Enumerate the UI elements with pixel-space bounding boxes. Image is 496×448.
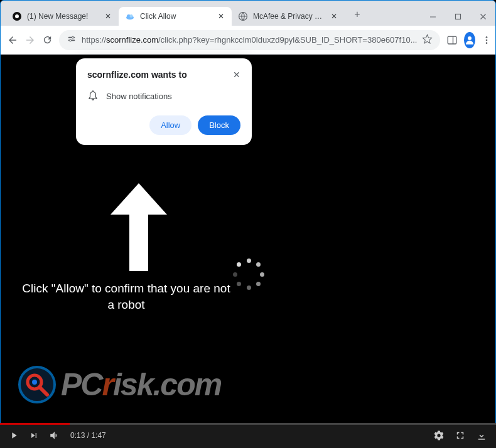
- close-icon[interactable]: ✕: [330, 12, 338, 21]
- url-scheme: https://: [82, 35, 106, 45]
- fullscreen-button[interactable]: [455, 430, 466, 441]
- globe-icon: [238, 11, 248, 21]
- permission-title: scornflize.com wants to: [87, 70, 187, 80]
- url-path: /click.php?key=rhgnkcclm0lduxzd9pyl&SUB_…: [158, 35, 417, 45]
- video-time: 0:13 / 1:47: [70, 431, 106, 440]
- watermark-text: PCrisk.com: [61, 366, 221, 403]
- browser-toolbar: https://scornflize.com/click.php?key=rhg…: [1, 26, 495, 55]
- download-button[interactable]: [476, 430, 487, 441]
- svg-rect-6: [455, 14, 460, 19]
- close-icon[interactable]: ✕: [104, 12, 112, 21]
- svg-rect-11: [448, 36, 457, 44]
- svg-point-9: [72, 36, 74, 38]
- tab-click-allow[interactable]: Click Allow ✕: [119, 7, 232, 26]
- tab-strip: (1) New Message! ✕ Click Allow ✕ McAfee …: [6, 6, 420, 26]
- wm-r: r: [102, 367, 112, 402]
- magnifier-icon: [18, 366, 56, 403]
- page-message: Click "Allow" to confirm that you are no…: [19, 280, 233, 312]
- tab-label: McAfee & Privacy Protect: [253, 12, 325, 21]
- allow-button[interactable]: Allow: [149, 115, 191, 135]
- svg-point-10: [70, 40, 72, 41]
- svg-point-12: [468, 36, 472, 40]
- notification-permission-prompt: scornflize.com wants to ✕ Show notificat…: [76, 58, 252, 145]
- browser-menu-button[interactable]: [482, 31, 492, 50]
- loading-spinner: [233, 259, 264, 290]
- bell-icon: [87, 90, 99, 103]
- tab-label: Click Allow: [140, 12, 212, 21]
- reload-button[interactable]: [42, 31, 53, 49]
- forward-button[interactable]: [24, 31, 36, 49]
- side-panel-button[interactable]: [446, 31, 458, 50]
- svg-point-17: [32, 380, 37, 385]
- tab-mcafee[interactable]: McAfee & Privacy Protect ✕: [232, 7, 345, 26]
- svg-point-15: [486, 42, 488, 44]
- profile-avatar[interactable]: [464, 32, 475, 48]
- wm-pc: PC: [61, 367, 102, 402]
- address-bar[interactable]: https://scornflize.com/click.php?key=rhg…: [59, 30, 440, 50]
- close-icon[interactable]: ✕: [217, 12, 225, 21]
- site-settings-icon[interactable]: [67, 34, 77, 46]
- next-button[interactable]: [29, 430, 39, 440]
- close-icon[interactable]: ✕: [233, 70, 240, 80]
- block-button[interactable]: Block: [198, 115, 240, 135]
- video-progress-bar[interactable]: [0, 423, 496, 425]
- window-close-button[interactable]: [470, 7, 495, 26]
- tab-new-message[interactable]: (1) New Message! ✕: [6, 7, 119, 26]
- favicon-cloud: [125, 11, 135, 21]
- settings-button[interactable]: [433, 430, 445, 441]
- volume-button[interactable]: [49, 430, 60, 441]
- minimize-button[interactable]: [420, 7, 445, 26]
- maximize-button[interactable]: [445, 7, 470, 26]
- svg-point-4: [130, 14, 133, 18]
- video-controls: 0:13 / 1:47: [0, 423, 496, 448]
- video-time-duration: 1:47: [91, 431, 105, 440]
- tab-label: (1) New Message!: [27, 12, 99, 21]
- wm-rest: isk.com: [113, 367, 221, 402]
- window-titlebar: (1) New Message! ✕ Click Allow ✕ McAfee …: [1, 1, 495, 26]
- up-arrow-graphic: [107, 180, 170, 274]
- video-progress-fill: [0, 423, 70, 425]
- window-controls: [420, 7, 495, 26]
- permission-body: Show notifications: [106, 92, 172, 101]
- url-text: https://scornflize.com/click.php?key=rhg…: [82, 35, 417, 45]
- bookmark-star-icon[interactable]: [422, 34, 433, 46]
- svg-point-1: [15, 14, 19, 18]
- url-domain: scornflize.com: [106, 35, 158, 45]
- new-tab-button[interactable]: +: [348, 6, 366, 23]
- back-button[interactable]: [7, 31, 18, 49]
- play-button[interactable]: [9, 430, 19, 440]
- page-content: scornflize.com wants to ✕ Show notificat…: [1, 55, 495, 422]
- svg-point-14: [486, 39, 488, 41]
- video-time-current: 0:13: [70, 431, 85, 440]
- pcrisk-watermark: PCrisk.com: [18, 366, 221, 403]
- svg-point-13: [486, 36, 488, 38]
- favicon-dark: [12, 11, 22, 21]
